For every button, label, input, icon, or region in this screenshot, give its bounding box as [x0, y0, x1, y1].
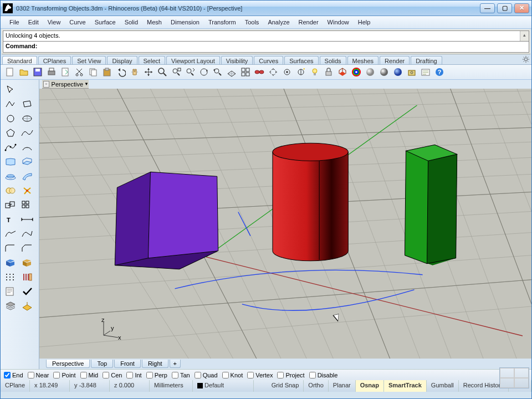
- purple-cube[interactable]: [115, 172, 218, 269]
- pan-icon[interactable]: [129, 66, 141, 78]
- preferences-icon[interactable]: [420, 66, 432, 78]
- fillet-icon[interactable]: [3, 242, 18, 255]
- menu-surface[interactable]: Surface: [90, 17, 120, 27]
- shade-orange-icon[interactable]: [336, 66, 349, 78]
- boolean-icon[interactable]: [3, 184, 18, 197]
- move-icon[interactable]: [142, 66, 155, 78]
- sweep-icon[interactable]: [19, 170, 35, 183]
- explode-icon[interactable]: [267, 66, 279, 78]
- menu-file[interactable]: File: [5, 17, 24, 27]
- osnap-end[interactable]: End: [4, 372, 23, 378]
- polygon-icon[interactable]: [3, 126, 18, 140]
- menu-dimension[interactable]: Dimension: [166, 17, 204, 27]
- osnap-disable[interactable]: Disable: [309, 372, 338, 378]
- osnap-project[interactable]: Project: [277, 372, 304, 378]
- chamfer-icon[interactable]: [19, 242, 35, 255]
- split-icon[interactable]: [295, 66, 307, 78]
- layers-icon[interactable]: [3, 299, 18, 313]
- viewport-dropdown-icon[interactable]: ▼: [84, 81, 89, 86]
- status-units[interactable]: Millimeters: [150, 380, 193, 392]
- tab-meshes[interactable]: Meshes: [347, 56, 379, 64]
- red-cylinder[interactable]: [273, 143, 348, 260]
- tab-setview[interactable]: Set View: [72, 56, 106, 64]
- status-gumball[interactable]: Gumball: [427, 380, 459, 392]
- shade-rainbow-icon[interactable]: [350, 66, 362, 78]
- new-icon[interactable]: [4, 66, 16, 78]
- set-view-icon[interactable]: [239, 66, 252, 78]
- status-smarttrack[interactable]: SmartTrack: [384, 380, 427, 392]
- tab-drafting[interactable]: Drafting: [411, 56, 442, 64]
- vtab-perspective[interactable]: Perspective: [46, 360, 90, 368]
- array-icon[interactable]: [19, 198, 35, 212]
- command-history[interactable]: Unlocking 4 objects. ▴ ▾: [3, 30, 529, 42]
- check-icon[interactable]: [19, 285, 35, 298]
- osnap-near[interactable]: Near: [28, 372, 49, 378]
- scroll-up-icon[interactable]: ▴: [520, 31, 529, 39]
- osnap-perp[interactable]: Perp: [146, 372, 167, 378]
- close-button[interactable]: ✕: [514, 3, 529, 13]
- osnap-int[interactable]: Int: [126, 372, 141, 378]
- viewport-titlebar[interactable]: ▫ Perspective ▼: [42, 80, 89, 89]
- tab-visibility[interactable]: Visibility: [221, 56, 253, 64]
- file-prop-icon[interactable]: [59, 66, 71, 78]
- menu-tools[interactable]: Tools: [241, 17, 264, 27]
- zoom-selected-icon[interactable]: [184, 66, 196, 78]
- vtab-top[interactable]: Top: [91, 360, 113, 368]
- options-icon[interactable]: [406, 66, 418, 78]
- menu-edit[interactable]: Edit: [24, 17, 43, 27]
- arc-icon[interactable]: [19, 141, 35, 154]
- print-icon[interactable]: [45, 66, 58, 78]
- menu-mesh[interactable]: Mesh: [142, 17, 166, 27]
- osnap-icons-block[interactable]: [499, 367, 529, 388]
- explode-tool-icon[interactable]: [19, 184, 35, 197]
- perspective-viewport[interactable]: z y x: [39, 89, 531, 359]
- vtab-front[interactable]: Front: [114, 360, 141, 368]
- render-sphere3-icon[interactable]: [392, 66, 404, 78]
- revolve-icon[interactable]: [3, 170, 18, 183]
- tab-surfaces[interactable]: Surfaces: [284, 56, 318, 64]
- tab-render[interactable]: Render: [380, 56, 410, 64]
- osnap-quad[interactable]: Quad: [195, 372, 218, 378]
- notes-icon[interactable]: [3, 285, 18, 298]
- zoom-extents-icon[interactable]: [170, 66, 182, 78]
- grid-dots-icon[interactable]: [3, 270, 18, 284]
- tab-standard[interactable]: Standard: [2, 56, 37, 64]
- light-icon[interactable]: [309, 66, 321, 78]
- menu-curve[interactable]: Curve: [65, 17, 90, 27]
- tab-select[interactable]: Select: [139, 56, 166, 64]
- menu-render[interactable]: Render: [294, 17, 323, 27]
- interp-curve-icon[interactable]: [3, 141, 18, 154]
- green-prism[interactable]: [405, 145, 457, 265]
- extrude-icon[interactable]: [19, 155, 35, 168]
- dimension-icon[interactable]: [19, 213, 35, 226]
- curve-angle-icon[interactable]: [19, 227, 35, 241]
- levels-icon[interactable]: [19, 270, 35, 284]
- paste-icon[interactable]: [101, 66, 113, 78]
- curve-line-icon[interactable]: [3, 227, 18, 241]
- command-input[interactable]: Command:: [3, 42, 529, 53]
- status-layer[interactable]: Default: [193, 380, 254, 392]
- polyline-icon[interactable]: [3, 98, 18, 111]
- transform-icon[interactable]: [3, 198, 18, 212]
- nurbs-curve-icon[interactable]: [19, 126, 35, 140]
- tab-cplanes[interactable]: CPlanes: [38, 56, 71, 64]
- status-ortho[interactable]: Ortho: [304, 380, 329, 392]
- material-icon[interactable]: [19, 299, 35, 313]
- tab-viewportlayout[interactable]: Viewport Layout: [166, 56, 220, 64]
- viewport-name[interactable]: Perspective: [52, 81, 83, 88]
- circle-icon[interactable]: [3, 112, 18, 125]
- viewport-restore-icon[interactable]: ▫: [43, 81, 49, 88]
- ellipse-icon[interactable]: [19, 112, 35, 125]
- gear-icon[interactable]: [522, 55, 530, 63]
- status-gridsnap[interactable]: Grid Snap: [267, 380, 304, 392]
- copy-icon[interactable]: [87, 66, 99, 78]
- tab-curves[interactable]: Curves: [254, 56, 283, 64]
- osnap-mid[interactable]: Mid: [80, 372, 99, 378]
- status-osnap[interactable]: Osnap: [356, 380, 384, 392]
- menu-window[interactable]: Window: [323, 17, 354, 27]
- tab-display[interactable]: Display: [107, 56, 137, 64]
- zoom-icon[interactable]: [156, 66, 168, 78]
- menu-solid[interactable]: Solid: [120, 17, 142, 27]
- rotate-view-icon[interactable]: [198, 66, 210, 78]
- scroll-down-icon[interactable]: ▾: [520, 39, 529, 42]
